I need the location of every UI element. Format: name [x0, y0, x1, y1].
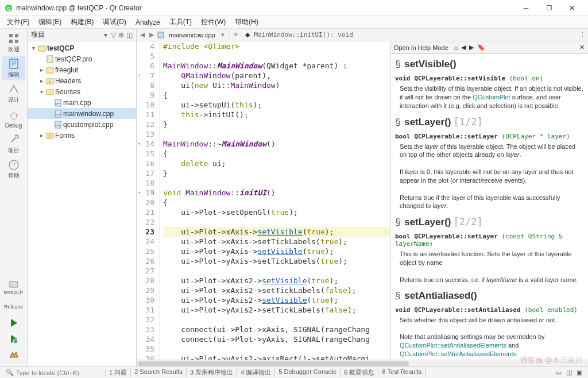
project-panel: 项目 ▾ ▽ ⊕ ◫ ▾testQCPtestQCP.pro▸freeglut▸…: [28, 29, 137, 367]
tree-item[interactable]: ▾testQCP: [28, 43, 136, 53]
debug-run-button[interactable]: [2, 331, 25, 347]
help-panel: Open in Help Mode ⌂ ◀ ▶ 🔖 ✕ § setVisible…: [390, 41, 588, 360]
svg-rect-15: [10, 281, 18, 287]
minimize-button[interactable]: ─: [514, 1, 537, 15]
mode-design[interactable]: 设计: [2, 82, 25, 106]
nav-fwd-icon[interactable]: ▶: [148, 31, 155, 38]
svg-text:Q: Q: [7, 6, 10, 11]
svg-rect-17: [38, 46, 45, 51]
home-icon[interactable]: ⌂: [454, 44, 458, 51]
svg-rect-19: [47, 68, 53, 73]
svg-text:h: h: [49, 80, 51, 84]
editor-header: ◀ ▶ mainwindow.cpp ▾ | ✕ ◆ MainWindow::i…: [137, 29, 588, 41]
locator-input[interactable]: [16, 369, 96, 376]
watermark: 博客园 @木三百川: [520, 355, 582, 365]
svg-text:?: ?: [11, 161, 15, 168]
svg-rect-18: [47, 56, 53, 63]
svg-point-10: [11, 113, 17, 119]
svg-text:c++: c++: [55, 124, 61, 127]
line-col-indicator[interactable]: ⋮: [579, 31, 586, 38]
tree-item[interactable]: ▸freeglut: [28, 64, 136, 75]
status-tab[interactable]: 2 Search Results: [131, 368, 187, 377]
mode-grid[interactable]: 欢迎: [2, 31, 25, 55]
menu-item[interactable]: 帮助(H): [231, 16, 262, 28]
svg-text:f: f: [49, 134, 51, 138]
status-tab[interactable]: 3 应用程序输出: [187, 368, 237, 377]
help-content[interactable]: § setVisible()void QCPLayerable::setVisi…: [390, 54, 588, 360]
menu-item[interactable]: 编辑(E): [35, 16, 65, 28]
menubar: 文件(F)编辑(E)构建(B)调试(D)Analyze工具(T)控件(W)帮助(…: [0, 16, 588, 29]
status-tab[interactable]: 8 Test Results: [378, 368, 425, 377]
search-icon: 🔍: [6, 369, 14, 376]
menu-item[interactable]: 构建(B): [67, 16, 97, 28]
mode-help[interactable]: ?帮助: [2, 157, 25, 182]
help-fwd-icon[interactable]: ▶: [469, 44, 474, 51]
statusbar: 🔍 1 问题2 Search Results3 应用程序输出4 编译输出5 De…: [0, 367, 588, 378]
mode-bug[interactable]: Debug: [2, 107, 25, 131]
status-tab[interactable]: 1 问题: [106, 368, 131, 377]
file-icon: [157, 32, 164, 38]
project-tree[interactable]: ▾testQCPtestQCP.pro▸freeglut▸hHeaders▾cS…: [28, 41, 136, 142]
svg-rect-5: [15, 40, 18, 43]
tree-item[interactable]: c++mainwindow.cpp: [28, 108, 136, 119]
tree-item[interactable]: c++qcustomplot.cpp: [28, 119, 136, 130]
app-icon: Q: [5, 4, 13, 12]
menu-item[interactable]: 工具(T): [166, 16, 195, 28]
svg-rect-6: [10, 59, 18, 68]
svg-rect-4: [9, 40, 13, 43]
progress-icon[interactable]: ▭: [554, 369, 564, 376]
maximize-button[interactable]: ☐: [537, 1, 560, 15]
bookmark-icon[interactable]: 🔖: [477, 44, 485, 51]
help-close-icon[interactable]: ✕: [579, 44, 585, 51]
help-mode-label[interactable]: Open in Help Mode: [394, 44, 448, 51]
sync-icon[interactable]: ⊕: [118, 31, 124, 39]
tree-item[interactable]: testQCP.pro: [28, 53, 136, 64]
run-config-project[interactable]: testQCP: [2, 276, 25, 299]
dropdown-icon[interactable]: ▾: [104, 31, 107, 39]
menu-item[interactable]: 控件(W): [198, 16, 229, 28]
window-title: mainwindow.cpp @ testQCP - Qt Creator: [16, 4, 514, 12]
symbol-icon: ◆: [245, 31, 250, 38]
mode-wrench[interactable]: 项目: [2, 132, 25, 156]
code-editor[interactable]: 4567891011121314151617181920212223242526…: [137, 41, 390, 360]
svg-rect-2: [9, 34, 13, 37]
nav-back-icon[interactable]: ◀: [139, 31, 146, 38]
tree-item[interactable]: ▸hHeaders: [28, 75, 136, 86]
close-doc-icon[interactable]: ✕: [232, 31, 239, 38]
symbol-breadcrumb[interactable]: MainWindow::initUI(): void: [252, 31, 355, 38]
build-button[interactable]: [2, 347, 25, 363]
mode-edit[interactable]: 编辑: [2, 56, 25, 80]
menu-item[interactable]: Analyze: [132, 17, 164, 28]
tree-item[interactable]: ▸fForms: [28, 130, 136, 141]
svg-text:c++: c++: [55, 113, 61, 116]
menu-item[interactable]: 文件(F): [3, 16, 33, 28]
svg-text:c++: c++: [55, 102, 61, 105]
help-back-icon[interactable]: ◀: [461, 44, 466, 51]
run-button[interactable]: [2, 315, 25, 331]
svg-point-16: [13, 339, 18, 344]
tree-item[interactable]: c++main.cpp: [28, 97, 136, 108]
tree-item[interactable]: ▾cSources: [28, 86, 136, 97]
run-config-build[interactable]: Release: [2, 299, 25, 315]
svg-text:c: c: [49, 91, 51, 95]
editor-file-name[interactable]: mainwindow.cpp: [167, 32, 218, 38]
split-icon[interactable]: ◫: [126, 31, 133, 39]
mode-toolbar: 欢迎编辑设计Debug项目?帮助 testQCP Release: [0, 29, 28, 367]
file-dropdown-icon[interactable]: ▾: [220, 31, 226, 38]
svg-rect-3: [15, 34, 18, 37]
titlebar: Q mainwindow.cpp @ testQCP - Qt Creator …: [0, 0, 588, 16]
status-tab[interactable]: 4 编译输出: [237, 368, 275, 377]
status-tab[interactable]: 6 概要信息: [341, 368, 378, 377]
menu-item[interactable]: 调试(D): [99, 16, 130, 28]
status-tab[interactable]: 5 Debugger Console: [275, 368, 341, 377]
close-button[interactable]: ✕: [560, 1, 583, 15]
svg-rect-32: [158, 32, 164, 38]
output-toggle-icon[interactable]: ▣: [574, 369, 585, 376]
project-panel-title: 项目: [31, 30, 100, 40]
filter-icon[interactable]: ▽: [111, 31, 116, 39]
sidebar-toggle-icon[interactable]: ◫: [564, 369, 574, 376]
